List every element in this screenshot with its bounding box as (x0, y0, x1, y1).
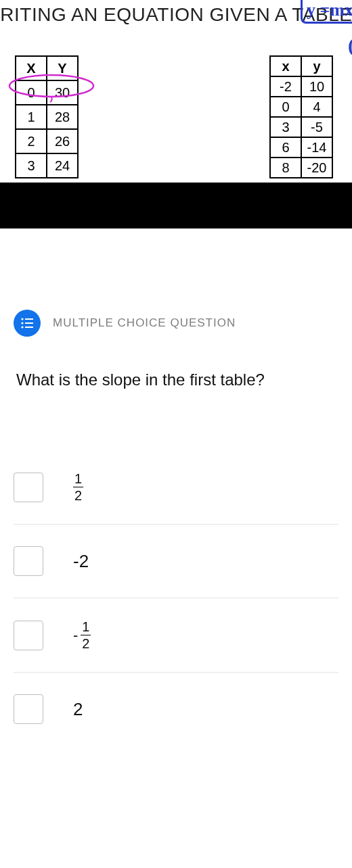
table-row: 3 24 (16, 153, 78, 178)
choice-b[interactable]: -2 (14, 525, 338, 598)
table-row: 1 28 (16, 105, 78, 129)
svg-point-5 (21, 326, 23, 328)
svg-rect-6 (25, 327, 33, 328)
table-row: 8 -20 (270, 158, 332, 178)
table-1-header-x: X (16, 56, 47, 80)
question-type-header: MULTIPLE CHOICE QUESTION (0, 310, 352, 337)
table-row: 0 4 (270, 97, 332, 117)
choice-checkbox[interactable] (14, 621, 43, 650)
svg-point-1 (21, 318, 23, 320)
choice-d-text: 2 (73, 699, 83, 720)
choice-c-text: - 1 2 (73, 620, 91, 650)
slide-title: /RITING AN EQUATION GIVEN A TABLE - YOU … (0, 4, 352, 26)
list-icon (14, 310, 41, 337)
table-row: 6 -14 (270, 137, 332, 158)
choice-checkbox[interactable] (14, 473, 43, 502)
table-2-header-x: x (270, 56, 301, 76)
choice-c[interactable]: - 1 2 (14, 598, 338, 673)
choices-list: 1 2 -2 - 1 2 2 (0, 450, 352, 746)
question-type-label: MULTIPLE CHOICE QUESTION (53, 316, 236, 330)
spacer (0, 228, 352, 310)
table-row: 2 26 (16, 129, 78, 153)
table-1: X Y 0 30 1 28 2 26 3 24 (15, 55, 79, 178)
table-2-header-y: y (301, 56, 332, 76)
table-row: -2 10 (270, 76, 332, 97)
question-text: What is the slope in the first table? (0, 370, 352, 389)
choice-a[interactable]: 1 2 (14, 450, 338, 525)
choice-checkbox[interactable] (14, 546, 43, 576)
svg-point-3 (21, 322, 23, 324)
choice-checkbox[interactable] (14, 694, 43, 724)
table-row: 0 30 (16, 80, 78, 105)
choice-b-text: -2 (73, 551, 89, 572)
table-row: 3 -5 (270, 117, 332, 137)
video-control-bar[interactable] (0, 183, 352, 228)
handwritten-equation: y =mx (301, 0, 352, 24)
choice-d[interactable]: 2 (14, 673, 338, 746)
table-2: x y -2 10 0 4 3 -5 6 -14 8 -20 (269, 55, 333, 178)
table-1-header-y: Y (47, 56, 78, 80)
video-slide-area: /RITING AN EQUATION GIVEN A TABLE - YOU … (0, 0, 352, 183)
svg-rect-4 (25, 322, 33, 324)
svg-rect-2 (25, 318, 33, 320)
handwritten-paren: ( (348, 34, 352, 57)
tables-row: X Y 0 30 1 28 2 26 3 24 x y (0, 55, 352, 178)
minus-sign: - (73, 627, 78, 644)
choice-a-text: 1 2 (73, 472, 83, 502)
